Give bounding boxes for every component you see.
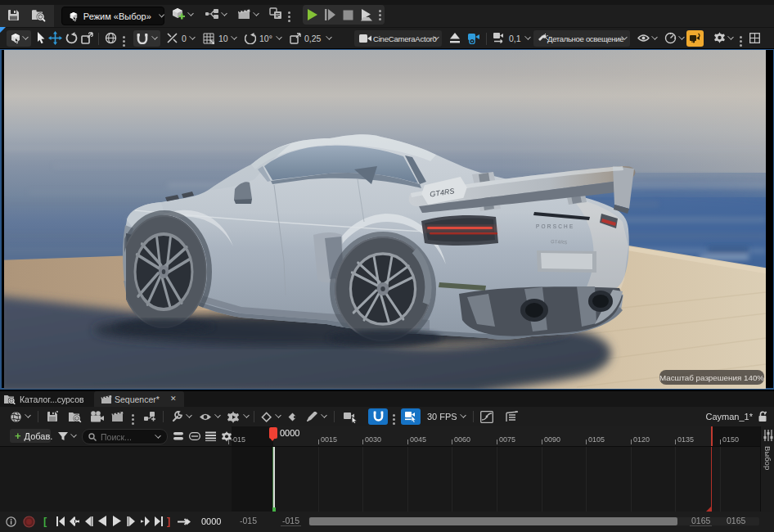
svg-text:PORSCHE: PORSCHE (536, 223, 575, 229)
